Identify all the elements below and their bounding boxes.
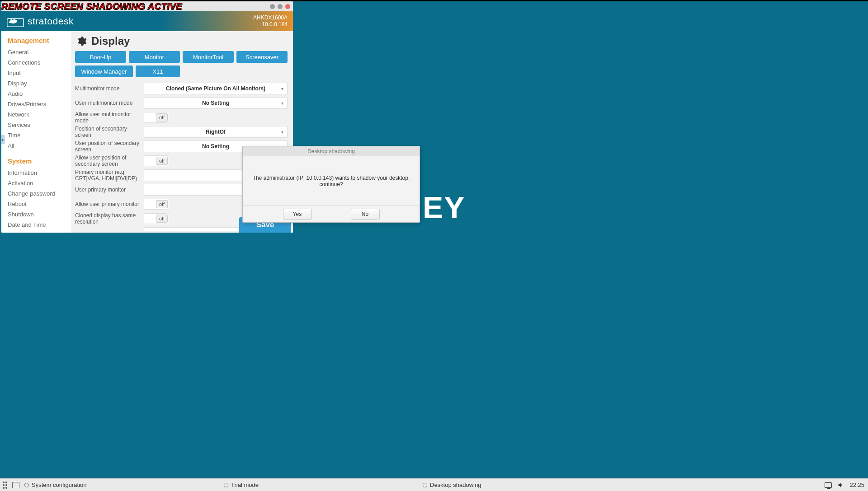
taskbar-item-system-configuration[interactable]: System configuration — [24, 482, 86, 488]
sidebar-item-all[interactable]: All — [1, 140, 71, 151]
radio-icon — [423, 483, 427, 487]
display-tray-icon[interactable] — [824, 481, 832, 489]
tab-bootup[interactable]: Boot-Up — [75, 51, 126, 63]
sidebar-item-network[interactable]: Network — [1, 109, 71, 120]
toggle-allow-user-position-secondary[interactable]: off — [144, 155, 169, 166]
radio-icon — [224, 483, 228, 487]
brand-header: stratodesk AHKDX1600A 10.0.0.184 — [1, 11, 293, 31]
sidebar-header-management: Management — [1, 35, 71, 47]
tab-window-manager[interactable]: Window Manager — [75, 65, 133, 77]
sidebar-item-firmware-update[interactable]: Firmware update — [1, 230, 71, 233]
dialog-title: Desktop shadowing — [243, 146, 420, 156]
gear-icon — [76, 36, 87, 47]
tab-monitortool[interactable]: MonitorTool — [183, 51, 234, 63]
sidebar-item-services[interactable]: Services — [1, 120, 71, 130]
label-allow-user-primary-monitor: Allow user primary monitor — [75, 201, 144, 207]
sidebar-item-input[interactable]: Input — [1, 68, 71, 78]
host-name: AHKDX1600A — [253, 14, 288, 21]
sidebar-item-general[interactable]: General — [1, 47, 71, 57]
page-title: Display — [91, 35, 130, 47]
dialog-yes-button[interactable]: Yes — [283, 209, 312, 220]
taskbar-item-desktop-shadowing[interactable]: Desktop shadowing — [423, 482, 481, 488]
taskbar-item-trial-mode[interactable]: Trial mode — [224, 482, 259, 488]
sidebar-item-drives-printers[interactable]: Drives/Printers — [1, 99, 71, 109]
toggle-knob: off — [156, 113, 168, 122]
toggle-knob: off — [156, 200, 168, 208]
label-user-position-secondary: User position of secondary screen — [75, 140, 144, 153]
sidebar-item-display[interactable]: Display — [1, 78, 71, 89]
dropdown-position-secondary[interactable]: RightOf — [144, 126, 288, 138]
window-close-icon[interactable] — [285, 4, 290, 9]
tab-screensaver[interactable]: Screensaver — [236, 51, 288, 63]
tab-x11[interactable]: X11 — [136, 65, 180, 77]
label-user-primary-monitor: User primary monitor — [75, 187, 144, 193]
host-info: AHKDX1600A 10.0.0.184 — [253, 14, 288, 28]
tab-monitor[interactable]: Monitor — [129, 51, 180, 63]
remote-shadowing-banner: REMOTE SCREEN SHADOWING ACTIVE — [0, 1, 182, 12]
taskbar-item-label: Trial mode — [231, 482, 259, 488]
dialog-no-button[interactable]: No — [351, 209, 380, 220]
radio-icon — [24, 483, 29, 487]
taskbar: System configuration Trial mode Desktop … — [0, 478, 868, 491]
desktop-background-text: EY — [423, 190, 466, 225]
label-allow-user-multimonitor-mode: Allow user multimonitor mode — [75, 111, 144, 124]
toggle-knob: off — [156, 215, 168, 223]
label-cloned-same-resolution: Cloned display has same resolution — [75, 212, 144, 225]
dropdown-multimonitor-mode[interactable]: Cloned (Same Picture On All Monitors) — [144, 83, 288, 94]
sidebar-expand-handle[interactable]: ▸ — [1, 135, 5, 144]
sidebar-item-change-password[interactable]: Change password — [1, 188, 71, 199]
sidebar-item-time[interactable]: Time — [1, 130, 71, 140]
sidebar-item-connections[interactable]: Connections — [1, 57, 71, 68]
volume-tray-icon[interactable] — [837, 481, 845, 489]
window-maximize-icon[interactable] — [278, 4, 283, 9]
sidebar-item-shutdown[interactable]: Shutdown — [1, 209, 71, 220]
show-desktop-icon[interactable] — [12, 481, 20, 489]
sidebar: Management General Connections Input Dis… — [1, 31, 71, 233]
desktop-shadowing-dialog: Desktop shadowing The administrator (IP:… — [242, 146, 420, 223]
sidebar-item-audio[interactable]: Audio — [1, 89, 71, 99]
taskbar-clock[interactable]: 22:25 — [849, 482, 864, 488]
brand-name: stratodesk — [28, 16, 74, 27]
dropdown-user-multimonitor-mode[interactable]: No Setting — [144, 97, 288, 109]
label-user-multimonitor-mode: User multimonitor mode — [75, 100, 144, 106]
sidebar-item-information[interactable]: Information — [1, 168, 71, 178]
label-primary-monitor: Primary monitor (e.g. CRT|VGA, HDMI|DVI|… — [75, 169, 144, 182]
app-menu-icon[interactable] — [3, 482, 7, 489]
toggle-allow-user-primary-monitor[interactable]: off — [144, 199, 169, 210]
toggle-allow-user-multimonitor-mode[interactable]: off — [144, 112, 169, 123]
dialog-message: The administrator (IP: 10.0.0.143) wants… — [243, 156, 420, 206]
sidebar-header-system: System — [1, 155, 71, 168]
sidebar-item-date-time[interactable]: Date and Time — [1, 220, 71, 230]
taskbar-item-label: Desktop shadowing — [430, 482, 481, 488]
window-minimize-icon[interactable] — [270, 4, 275, 9]
toggle-knob: off — [156, 157, 168, 165]
svg-point-1 — [10, 19, 12, 20]
taskbar-item-label: System configuration — [32, 482, 86, 488]
host-ip: 10.0.0.184 — [253, 21, 288, 28]
sidebar-item-activation[interactable]: Activation — [1, 178, 71, 188]
label-allow-user-position-secondary: Allow user position of secondary screen — [75, 154, 144, 167]
tab-row: Boot-Up Monitor MonitorTool Screensaver … — [75, 51, 289, 77]
sidebar-item-reboot[interactable]: Reboot — [1, 199, 71, 209]
label-multimonitor-mode: Multimonitor mode — [75, 85, 144, 92]
stratodesk-logo-icon — [7, 15, 24, 28]
label-screen-rotation: Screen rotation — [75, 230, 144, 231]
toggle-cloned-same-resolution[interactable]: off — [144, 213, 169, 224]
label-position-secondary: Position of secondary screen — [75, 126, 144, 138]
